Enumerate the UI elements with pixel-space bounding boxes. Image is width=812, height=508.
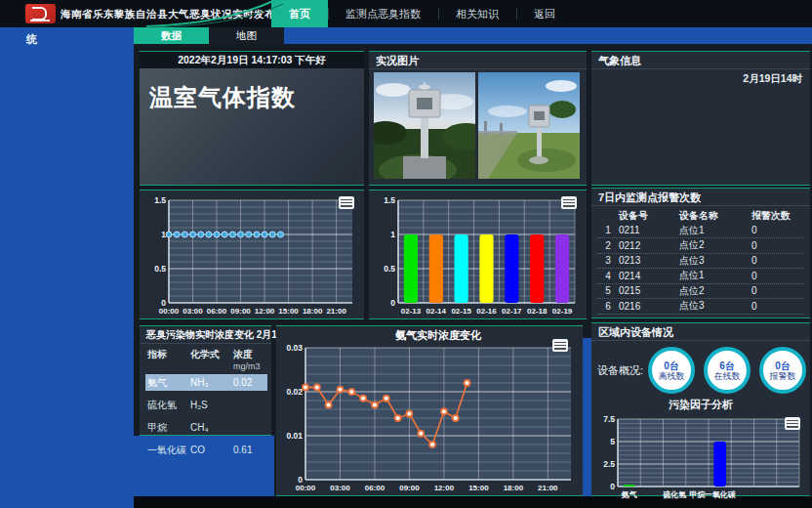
chart-menu-icon[interactable]	[785, 417, 800, 430]
pollutant-value: 0.61	[233, 444, 267, 455]
alarms-table: 设备号设备名称报警次数10211点位1020212点位2030213点位3040…	[591, 206, 810, 317]
pollutant-row[interactable]: 氨气NH₃0.02	[145, 374, 267, 391]
svg-text:09:00: 09:00	[399, 484, 420, 492]
device-stat-circle: 0台报警数	[759, 347, 806, 394]
chart-svg-nh3_line: 00.010.020.0300:0003:0006:0009:0012:0015…	[276, 326, 583, 495]
svg-text:15:00: 15:00	[278, 307, 299, 316]
svg-text:0.5: 0.5	[154, 264, 166, 274]
pollutant-name: 硫化氢	[145, 399, 190, 412]
svg-text:15:00: 15:00	[468, 484, 489, 492]
svg-text:1: 1	[390, 230, 395, 239]
chart-menu-icon[interactable]	[339, 196, 354, 209]
svg-text:02-17: 02-17	[502, 307, 522, 316]
stat-value: 0台	[664, 360, 679, 371]
alarm-cell: 6	[597, 301, 619, 312]
pollutant-row[interactable]: 一氧化碳CO0.61	[145, 442, 267, 458]
alarm-cell: 0	[751, 301, 804, 312]
nav-item[interactable]: 相关知识	[438, 0, 516, 27]
unit-label: mg/m3	[233, 361, 267, 371]
devices-title: 区域内设备情况	[591, 323, 810, 341]
svg-text:02-13: 02-13	[401, 307, 422, 316]
svg-text:一氧化碳: 一氧化碳	[705, 490, 737, 499]
svg-text:02-19: 02-19	[552, 307, 573, 316]
svg-text:氨气: 氨气	[621, 490, 637, 499]
chart-svg-factor_bars: 02.557.5氨气硫化氢甲烷一氧化碳	[594, 413, 807, 499]
svg-text:06:00: 06:00	[207, 307, 227, 316]
device-stat-circle: 0台离线数	[648, 347, 695, 394]
svg-text:1.5: 1.5	[154, 195, 166, 205]
top-bar: 海南省乐东黎族自治县大气恶臭状况实时发布系 首页监测点恶臭指数相关知识返回	[0, 0, 812, 27]
svg-text:02-16: 02-16	[476, 307, 497, 316]
chart-menu-icon[interactable]	[552, 339, 568, 352]
alarm-cell: 0215	[619, 285, 679, 296]
device-stat-circle: 6台在线数	[704, 347, 751, 394]
greeting-panel: 2022年2月19日 14:17:03 下午好 温室气体指数	[140, 51, 364, 186]
dashboard: 海南省乐东黎族自治县大气恶臭状况实时发布系 首页监测点恶臭指数相关知识返回 统 …	[0, 0, 812, 508]
pollutant-formula: NH₃	[190, 377, 233, 388]
alarm-cell: 点位2	[679, 238, 751, 252]
svg-text:0.03: 0.03	[286, 343, 303, 353]
alarm-cell: 5	[597, 285, 619, 296]
pollutants-header-row: 指标化学式浓度mg/m3	[145, 348, 267, 371]
svg-text:硫化氢: 硫化氢	[662, 490, 686, 499]
weather-title: 气象信息	[591, 52, 810, 69]
svg-text:0: 0	[390, 298, 395, 308]
col-header: 浓度mg/m3	[233, 348, 267, 371]
page-title: 温室气体指数	[149, 82, 354, 113]
svg-text:0: 0	[610, 482, 615, 491]
svg-text:02-15: 02-15	[451, 307, 471, 316]
alarm-cell: 0216	[619, 301, 679, 312]
background-patch	[583, 338, 591, 496]
monitor-photo-2	[478, 72, 580, 179]
pollutant-name: 甲烷	[145, 421, 190, 435]
svg-text:06:00: 06:00	[365, 484, 386, 492]
alarm-cell: 点位2	[679, 284, 751, 298]
chart-menu-icon[interactable]	[561, 196, 577, 209]
alarm-row: 10211点位10	[597, 224, 804, 239]
nav-item[interactable]: 监测点恶臭指数	[328, 0, 438, 27]
svg-text:0.01: 0.01	[286, 431, 303, 441]
alarm-cell: 0212	[619, 240, 679, 251]
svg-text:1.5: 1.5	[384, 195, 395, 205]
stat-value: 0台	[775, 360, 791, 371]
pollutant-row[interactable]: 硫化氢H₂S	[145, 397, 267, 413]
svg-text:03:00: 03:00	[183, 307, 203, 316]
pollutants-title: 恶臭污染物实时浓度变化 2月19日14时	[140, 326, 271, 344]
svg-text:00:00: 00:00	[159, 307, 180, 316]
monitor-photo-1	[374, 72, 475, 179]
main-nav: 首页监测点恶臭指数相关知识返回	[271, 0, 573, 27]
svg-text:03:00: 03:00	[330, 484, 350, 492]
alarm-row: 20212点位20	[597, 238, 804, 254]
factor-analysis-chart: 02.557.5氨气硫化氢甲烷一氧化碳	[594, 413, 807, 499]
svg-text:2.5: 2.5	[603, 459, 615, 469]
factor-analysis-title: 污染因子分析	[591, 398, 810, 412]
alarms-col-header: 设备号	[619, 209, 679, 223]
svg-text:0.5: 0.5	[384, 264, 395, 274]
pollutant-formula: H₂S	[190, 400, 233, 410]
alarm-cell: 0214	[619, 271, 679, 281]
alarm-cell: 点位1	[679, 224, 751, 237]
weather-panel: 气象信息 2月19日14时	[591, 51, 810, 186]
alarm-row: 30213点位30	[597, 254, 804, 270]
svg-text:7.5: 7.5	[603, 414, 615, 424]
nav-item[interactable]: 返回	[516, 0, 573, 27]
alarm-cell: 3	[597, 255, 619, 266]
alarm-row: 60216点位30	[597, 299, 804, 315]
logo-icon	[25, 4, 56, 23]
alarms-col-header: 设备名称	[679, 209, 751, 223]
alarm-cell: 1	[597, 225, 619, 235]
pollutant-formula: CO	[190, 444, 233, 455]
tab-idle[interactable]: 地图	[209, 27, 284, 44]
pollutants-table: 指标化学式浓度mg/m3氨气NH₃0.02硫化氢H₂S甲烷CH₄一氧化碳CO0.…	[140, 344, 271, 458]
svg-text:21:00: 21:00	[538, 484, 558, 492]
pollutant-row[interactable]: 甲烷CH₄	[145, 419, 267, 436]
svg-text:12:00: 12:00	[255, 307, 275, 316]
tab-active[interactable]: 数据	[134, 27, 209, 44]
alarm-cell: 点位3	[679, 299, 751, 313]
col-header: 化学式	[190, 348, 233, 361]
datetime-text: 2022年2月19日 14:17:03 下午好	[140, 52, 364, 68]
daily-index-bar-chart: 00.511.502-1302-1402-1502-1602-1702-1802…	[369, 190, 587, 319]
svg-text:18:00: 18:00	[303, 307, 323, 316]
alarm-cell: 0	[751, 285, 804, 296]
svg-text:氨气实时浓度变化: 氨气实时浓度变化	[394, 329, 482, 341]
